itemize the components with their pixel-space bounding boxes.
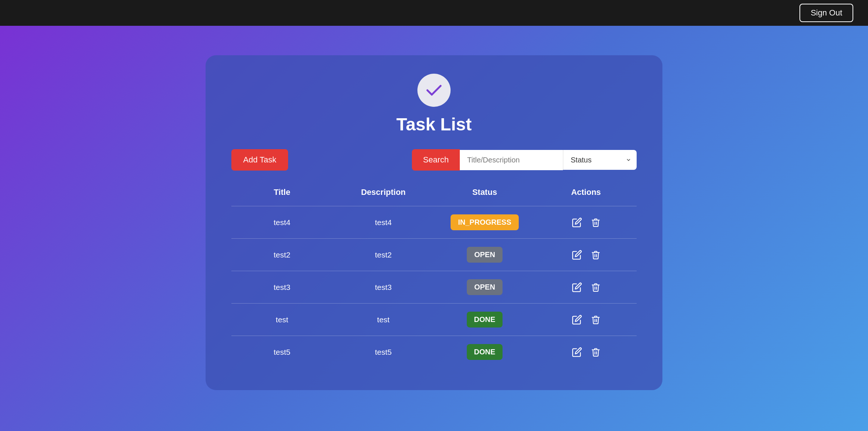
row-description: test2 — [333, 250, 434, 259]
row-status: IN_PROGRESS — [434, 214, 535, 230]
table-row: test5 test5 DONE — [231, 336, 637, 368]
edit-icon[interactable] — [572, 282, 582, 292]
status-filter-select[interactable]: Status OPEN IN_PROGRESS DONE — [563, 150, 637, 170]
table-row: test test DONE — [231, 303, 637, 336]
row-actions — [535, 282, 637, 292]
edit-icon[interactable] — [572, 347, 582, 357]
row-title: test — [231, 315, 333, 324]
search-area: Search Status OPEN IN_PROGRESS DONE — [412, 149, 637, 171]
check-icon — [417, 74, 451, 107]
row-actions — [535, 217, 637, 228]
edit-icon[interactable] — [572, 217, 582, 228]
search-button[interactable]: Search — [412, 149, 460, 171]
task-table: Title Description Status Actions test4 t… — [231, 182, 637, 368]
delete-icon[interactable] — [591, 315, 601, 325]
controls-row: Add Task Search Status OPEN IN_PROGRESS … — [231, 149, 637, 171]
row-description: test4 — [333, 218, 434, 227]
edit-icon[interactable] — [572, 250, 582, 260]
row-status: OPEN — [434, 279, 535, 295]
delete-icon[interactable] — [591, 250, 601, 260]
card-header: Task List — [231, 74, 637, 134]
status-badge-open: OPEN — [467, 247, 503, 263]
row-status: OPEN — [434, 247, 535, 263]
search-input[interactable] — [460, 150, 563, 170]
status-badge-in-progress: IN_PROGRESS — [451, 214, 518, 230]
table-row: test2 test2 OPEN — [231, 238, 637, 271]
row-description: test5 — [333, 348, 434, 357]
page-title: Task List — [396, 114, 472, 134]
status-badge-open: OPEN — [467, 279, 503, 295]
row-actions — [535, 250, 637, 260]
row-title: test4 — [231, 218, 333, 227]
col-header-description: Description — [333, 188, 434, 197]
row-status: DONE — [434, 312, 535, 327]
row-title: test3 — [231, 283, 333, 292]
delete-icon[interactable] — [591, 347, 601, 357]
task-list-card: Task List Add Task Search Status OPEN IN… — [206, 55, 662, 390]
table-header: Title Description Status Actions — [231, 182, 637, 203]
row-description: test — [333, 315, 434, 324]
edit-icon[interactable] — [572, 315, 582, 325]
add-task-button[interactable]: Add Task — [231, 149, 288, 171]
row-description: test3 — [333, 283, 434, 292]
main-content: Task List Add Task Search Status OPEN IN… — [0, 26, 868, 390]
table-row: test4 test4 IN_PROGRESS — [231, 206, 637, 238]
row-title: test2 — [231, 250, 333, 259]
col-header-actions: Actions — [535, 188, 637, 197]
col-header-title: Title — [231, 188, 333, 197]
status-badge-done: DONE — [467, 344, 503, 360]
delete-icon[interactable] — [591, 283, 601, 292]
top-bar: Sign Out — [0, 0, 868, 26]
row-actions — [535, 347, 637, 357]
row-actions — [535, 315, 637, 325]
status-badge-done: DONE — [467, 312, 503, 327]
row-status: DONE — [434, 344, 535, 360]
sign-out-button[interactable]: Sign Out — [799, 4, 853, 22]
col-header-status: Status — [434, 188, 535, 197]
delete-icon[interactable] — [591, 218, 601, 227]
table-row: test3 test3 OPEN — [231, 271, 637, 303]
row-title: test5 — [231, 348, 333, 357]
